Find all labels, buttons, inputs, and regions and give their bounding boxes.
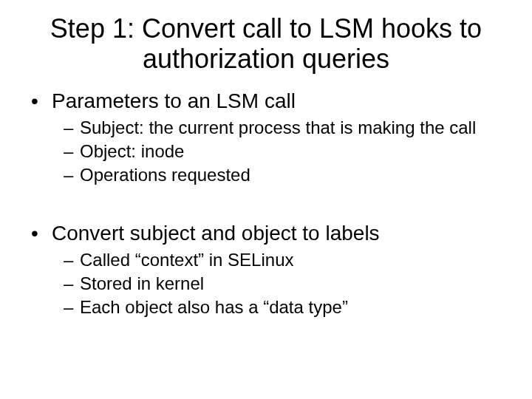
dash-marker: – bbox=[64, 296, 80, 318]
bullet-text: Operations requested bbox=[80, 164, 502, 186]
bullet-marker: • bbox=[30, 220, 52, 246]
dash-marker: – bbox=[64, 273, 80, 295]
bullet-marker: • bbox=[30, 88, 52, 114]
bullet-text: Each object also has a “data type” bbox=[80, 296, 502, 318]
bullet-level2: – Object: inode bbox=[30, 140, 502, 163]
bullet-level1: • Parameters to an LSM call bbox=[30, 88, 502, 114]
bullet-level2: – Called “context” in SELinux bbox=[30, 249, 502, 271]
dash-marker: – bbox=[64, 164, 80, 186]
bullet-level1: • Convert subject and object to labels bbox=[30, 220, 502, 246]
spacer bbox=[30, 188, 502, 213]
slide: Step 1: Convert call to LSM hooks to aut… bbox=[0, 0, 532, 399]
bullet-text: Subject: the current process that is mak… bbox=[80, 117, 502, 139]
bullet-level2: – Each object also has a “data type” bbox=[30, 296, 502, 318]
dash-marker: – bbox=[64, 117, 80, 139]
bullet-text: Parameters to an LSM call bbox=[52, 88, 502, 114]
bullet-text: Stored in kernel bbox=[80, 273, 502, 295]
dash-marker: – bbox=[64, 140, 80, 163]
dash-marker: – bbox=[64, 249, 80, 271]
slide-title: Step 1: Convert call to LSM hooks to aut… bbox=[22, 13, 510, 75]
bullet-level2: – Operations requested bbox=[30, 164, 502, 186]
bullet-text: Called “context” in SELinux bbox=[80, 249, 502, 271]
bullet-level2: – Stored in kernel bbox=[30, 273, 502, 295]
bullet-text: Convert subject and object to labels bbox=[52, 220, 502, 246]
bullet-level2: – Subject: the current process that is m… bbox=[30, 117, 502, 139]
slide-body: • Parameters to an LSM call – Subject: t… bbox=[22, 88, 510, 318]
bullet-text: Object: inode bbox=[80, 140, 502, 163]
